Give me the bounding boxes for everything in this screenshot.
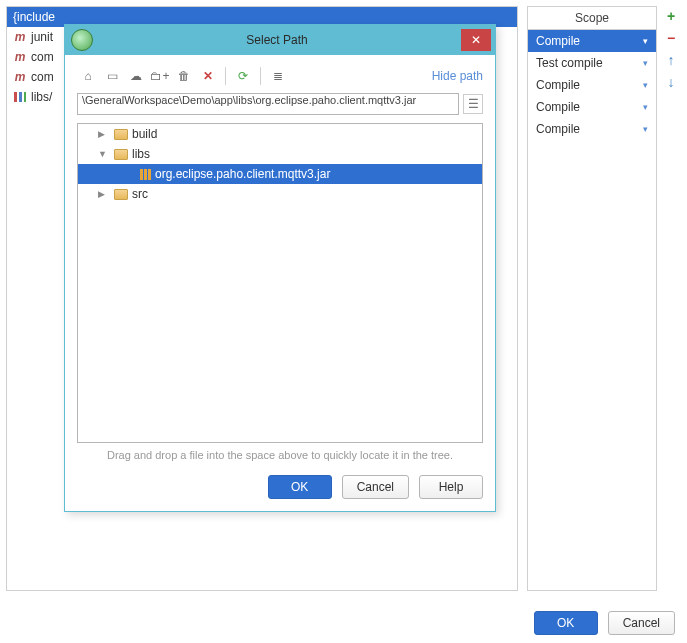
dialog-titlebar[interactable]: Select Path ✕ [65, 25, 495, 55]
scope-label: Test compile [536, 56, 603, 70]
dialog-toolbar: ⌂ ▭ ☁ 🗀+ 🗑 ✕ ⟳ ≣ Hide path [77, 65, 483, 87]
tree-node-build[interactable]: ▶ build [78, 124, 482, 144]
scope-header: Scope [528, 7, 656, 30]
scope-item-1[interactable]: Test compile ▾ [528, 52, 656, 74]
folder-icon [114, 129, 128, 140]
cancel-button[interactable]: Cancel [608, 611, 675, 635]
move-up-button[interactable]: ↑ [663, 52, 679, 68]
chevron-down-icon: ▾ [643, 124, 648, 134]
bg-row-label: com [31, 50, 54, 64]
folder-icon [114, 189, 128, 200]
bars-icon [13, 90, 27, 104]
action-column: + − ↑ ↓ [661, 6, 681, 90]
ok-button[interactable]: OK [534, 611, 598, 635]
chevron-down-icon: ▾ [643, 80, 648, 90]
scope-panel: Scope Compile ▾ Test compile ▾ Compile ▾… [527, 6, 657, 591]
x-icon[interactable]: ✕ [197, 65, 219, 87]
home-icon[interactable]: ⌂ [77, 65, 99, 87]
dialog-body: ⌂ ▭ ☁ 🗀+ 🗑 ✕ ⟳ ≣ Hide path \GeneralWorks… [65, 55, 495, 511]
tree-node-libs[interactable]: ▼ libs [78, 144, 482, 164]
hide-path-link[interactable]: Hide path [432, 69, 483, 83]
bg-row-label: libs/ [31, 90, 52, 104]
tree-node-label: org.eclipse.paho.client.mqttv3.jar [155, 167, 330, 181]
path-row: \GeneralWorkspace\Demo\app\libs\org.ecli… [77, 93, 483, 115]
chevron-down-icon: ▾ [643, 102, 648, 112]
jar-icon [140, 169, 151, 180]
folder-icon [114, 149, 128, 160]
scope-item-2[interactable]: Compile ▾ [528, 74, 656, 96]
scope-item-3[interactable]: Compile ▾ [528, 96, 656, 118]
background-dialog-buttons: OK Cancel [534, 611, 675, 635]
list-icon[interactable]: ≣ [267, 65, 289, 87]
history-dropdown-icon[interactable]: ☰ [463, 94, 483, 114]
new-folder-icon[interactable]: 🗀+ [149, 65, 171, 87]
module-icon[interactable]: ▭ [101, 65, 123, 87]
maven-icon: m [13, 30, 27, 44]
ok-button[interactable]: OK [268, 475, 332, 499]
bg-row-label: com [31, 70, 54, 84]
tree-node-label: libs [132, 147, 150, 161]
refresh-icon[interactable]: ⟳ [232, 65, 254, 87]
scope-label: Compile [536, 78, 580, 92]
add-button[interactable]: + [663, 8, 679, 24]
file-tree[interactable]: ▶ build ▼ libs org.eclipse.paho.client.m… [77, 123, 483, 443]
remove-button[interactable]: − [663, 30, 679, 46]
path-input[interactable]: \GeneralWorkspace\Demo\app\libs\org.ecli… [77, 93, 459, 115]
scope-label: Compile [536, 100, 580, 114]
expand-icon[interactable]: ▶ [98, 129, 110, 139]
maven-icon: m [13, 70, 27, 84]
tree-node-label: build [132, 127, 157, 141]
bg-row-label: {include [13, 10, 55, 24]
scope-item-4[interactable]: Compile ▾ [528, 118, 656, 140]
bg-row-label: junit [31, 30, 53, 44]
separator [225, 67, 226, 85]
select-path-dialog: Select Path ✕ ⌂ ▭ ☁ 🗀+ 🗑 ✕ ⟳ ≣ Hide path… [64, 24, 496, 512]
chevron-down-icon: ▾ [643, 36, 648, 46]
chevron-down-icon: ▾ [643, 58, 648, 68]
tree-node-jar[interactable]: org.eclipse.paho.client.mqttv3.jar [78, 164, 482, 184]
scope-item-0[interactable]: Compile ▾ [528, 30, 656, 52]
tree-node-label: src [132, 187, 148, 201]
move-down-button[interactable]: ↓ [663, 74, 679, 90]
cancel-button[interactable]: Cancel [342, 475, 409, 499]
close-button[interactable]: ✕ [461, 29, 491, 51]
dialog-buttons: OK Cancel Help [77, 475, 483, 499]
drop-hint: Drag and drop a file into the space abov… [77, 449, 483, 461]
collapse-icon[interactable]: ▼ [98, 149, 110, 159]
scope-label: Compile [536, 122, 580, 136]
scope-label: Compile [536, 34, 580, 48]
tree-node-src[interactable]: ▶ src [78, 184, 482, 204]
dialog-title: Select Path [93, 33, 461, 47]
speech-icon[interactable]: ☁ [125, 65, 147, 87]
separator [260, 67, 261, 85]
app-icon [71, 29, 93, 51]
maven-icon: m [13, 50, 27, 64]
expand-icon[interactable]: ▶ [98, 189, 110, 199]
delete-icon[interactable]: 🗑 [173, 65, 195, 87]
help-button[interactable]: Help [419, 475, 483, 499]
